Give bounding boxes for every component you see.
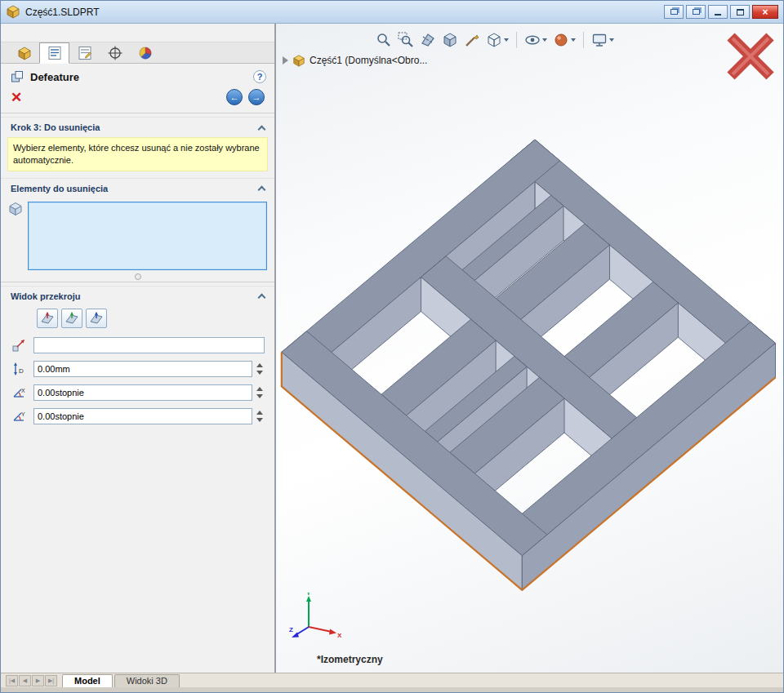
doc-window-button-2[interactable] [686,5,706,19]
section-plane-yz-button[interactable] [61,309,82,328]
zoom-to-area-icon[interactable] [398,32,414,48]
view-orientation-icon[interactable] [442,32,458,48]
help-button[interactable]: ? [253,70,266,83]
appearance-icon[interactable] [553,32,576,48]
display-pane-icon [138,46,153,60]
scroll-prev-button[interactable]: ◀ [19,675,31,686]
title-bar[interactable]: Część1.SLDPRT × [1,1,783,24]
tab-configuration-manager[interactable] [69,43,100,63]
part-name-label: Część1 (Domyślna<Obro... [310,55,427,66]
y-rotation-row: Y [1,408,274,424]
model-3d-frame[interactable] [276,24,783,673]
section-plane-zx-button[interactable] [86,309,107,328]
expand-tree-icon[interactable] [283,56,288,64]
tab-scroll-buttons: |◀ ◀ ▶ ▶| [6,675,57,686]
spin-down-button[interactable] [256,418,263,422]
tab-property-manager[interactable] [39,42,69,64]
collapse-chevron-icon[interactable] [258,294,266,302]
status-strip [1,687,783,692]
collapse-chevron-icon[interactable] [258,186,266,194]
display-style-icon[interactable] [486,32,509,48]
spin-down-button[interactable] [256,394,263,398]
doc-window-button[interactable] [664,5,684,19]
toolbar-separator [516,32,517,48]
scroll-first-button[interactable]: |◀ [6,675,18,686]
dropdown-caret-icon [571,38,576,42]
back-arrow-icon: ← [230,92,239,102]
section-plane-xy-button[interactable] [37,309,58,328]
section-view-icon[interactable] [420,32,436,48]
divider [1,113,274,113]
feature-header: Defeature ? [1,64,274,87]
edit-appearance-icon[interactable] [464,32,480,48]
y-rotation-input[interactable] [33,408,252,424]
solidworks-window: Część1.SLDPRT × [0,0,784,693]
part-icon [17,46,32,60]
toolbar-separator [583,32,584,48]
section-header-step[interactable]: Krok 3: Do usunięcia [1,117,274,135]
plane-reference-icon [11,338,27,353]
solidworks-part-icon [6,5,20,20]
x-rotation-input[interactable] [33,384,252,401]
view-settings-icon[interactable] [591,32,614,48]
spin-up-button[interactable] [256,411,263,415]
elements-selection-row [1,197,274,270]
graphics-viewport[interactable]: Część1 (Domyślna<Obro... Y X Z [276,24,783,673]
spin-up-button[interactable] [256,363,263,367]
offset-distance-input[interactable] [33,361,252,377]
pane-icon [693,9,700,15]
section-plane-yz-icon [65,311,79,326]
collapse-chevron-icon[interactable] [258,125,266,133]
scroll-last-button[interactable]: ▶| [45,675,57,686]
x-rotation-row: X [1,384,274,401]
triad-z-label: Z [289,626,293,633]
scroll-next-button[interactable]: ▶ [32,675,44,686]
instruction-message: Wybierz elementy, które chcesz usunąć a … [7,137,268,171]
cancel-button[interactable]: ✕ [11,91,22,104]
spinner [255,411,265,422]
section-header-sectionview[interactable]: Widok przekroju [1,286,274,304]
divider [1,282,274,282]
maximize-button[interactable] [730,5,750,19]
svg-text:Y: Y [21,411,25,417]
close-button[interactable]: × [752,5,778,19]
offset-distance-icon: D [11,362,27,376]
tab-model[interactable]: Model [62,674,113,687]
offset-distance-row: D [1,361,274,377]
section-plane-buttons [1,304,274,330]
next-step-button[interactable]: → [248,89,265,105]
part-icon [292,54,305,67]
property-manager-panel: Defeature ? ✕ ← → Krok 3: Do usunięcia W… [1,24,276,673]
flyout-feature-tree[interactable]: Część1 (Domyślna<Obro... [283,54,427,67]
tab-3d-views[interactable]: Widoki 3D [114,674,180,687]
spin-up-button[interactable] [256,387,263,391]
feature-actions: ✕ ← → [1,87,274,113]
confirmation-corner-cancel-button[interactable] [725,31,776,82]
dropdown-caret-icon [609,38,614,42]
orientation-triad: Y X Z [289,593,343,640]
help-icon: ? [257,72,263,82]
section-plane-row [1,337,274,353]
spinner [255,363,265,375]
resize-handle[interactable] [135,273,141,280]
maximize-icon [737,9,744,16]
svg-text:D: D [19,366,24,374]
section-title: Widok przekroju [11,291,80,301]
triad-x-label: X [337,632,342,639]
spinner [255,387,265,398]
configuration-icon [78,46,92,60]
zoom-to-fit-icon[interactable] [376,32,392,48]
selection-listbox[interactable] [28,202,267,270]
tab-featuremanager[interactable] [9,43,39,63]
tab-display-manager[interactable] [130,43,160,63]
x-rotation-icon: X [11,385,27,400]
spin-down-button[interactable] [256,371,263,375]
property-manager-tabs [1,42,274,64]
previous-step-button[interactable]: ← [226,89,243,105]
section-plane-input[interactable] [33,337,265,353]
minimize-button[interactable] [708,5,728,19]
window-controls: × [664,5,778,19]
section-header-elements[interactable]: Elementy do usunięcia [1,178,274,197]
hide-show-items-icon[interactable] [524,32,547,48]
tab-dimxpert-manager[interactable] [100,43,130,63]
